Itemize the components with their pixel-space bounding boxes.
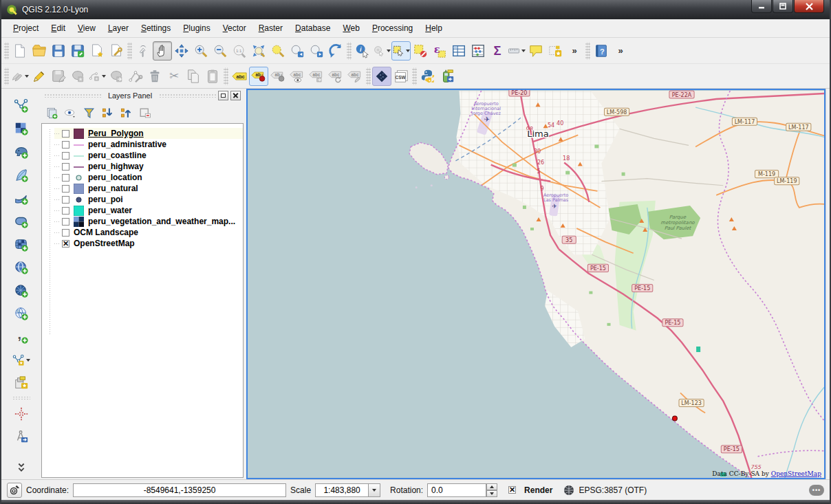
toolbar-handle[interactable] (127, 42, 132, 60)
new-bookmark-button[interactable] (546, 41, 565, 61)
refresh-button[interactable] (326, 41, 345, 61)
maximize-button[interactable] (773, 0, 793, 13)
rotation-spin-down[interactable] (486, 490, 497, 497)
new-print-composer-button[interactable] (87, 41, 107, 61)
add-feature-button[interactable] (68, 67, 87, 86)
layer-checkbox[interactable] (62, 207, 69, 215)
menu-web[interactable]: Web (336, 21, 365, 36)
add-db2-layer-button[interactable] (12, 235, 31, 254)
save-layer-edits-button[interactable] (49, 67, 68, 86)
layer-row-peru-location[interactable]: peru_location (54, 172, 243, 183)
layer-row-peru-natural[interactable]: peru_natural (54, 183, 243, 194)
coordinate-input[interactable]: -8549641,-1359250 (73, 483, 286, 497)
cut-features-button[interactable]: ✂ (164, 67, 184, 86)
dropdown-caret[interactable] (521, 50, 526, 52)
open-project-button[interactable] (30, 41, 49, 61)
panel-close-button[interactable] (230, 91, 241, 100)
toolbar-handle[interactable] (4, 67, 9, 85)
zoom-out-button[interactable] (211, 41, 230, 61)
add-circular-string-button[interactable] (87, 67, 107, 86)
layer-checkbox-checked[interactable]: ✕ (62, 240, 69, 248)
rotate-label-button[interactable]: abc (326, 67, 345, 86)
zoom-next-button[interactable] (307, 41, 326, 61)
layer-row-peru-highway[interactable]: peru_highway (54, 161, 243, 172)
toolbar-handle[interactable] (366, 67, 371, 85)
gps-information-button[interactable] (438, 67, 457, 86)
dropdown-caret[interactable] (102, 75, 106, 78)
select-features-button[interactable] (391, 41, 411, 61)
toolbar-handle[interactable] (412, 67, 417, 85)
menu-processing[interactable]: Processing (366, 21, 419, 36)
remove-layer-button[interactable] (138, 107, 151, 120)
new-project-button[interactable] (10, 41, 30, 61)
measure-button[interactable] (507, 41, 526, 61)
layer-checkbox[interactable] (62, 196, 69, 204)
layer-checkbox[interactable] (62, 152, 69, 160)
filter-legend-button[interactable] (83, 107, 96, 120)
layer-row-peru-poi[interactable]: peru_poi (54, 194, 243, 205)
zoom-to-selection-button[interactable] (268, 41, 288, 61)
deselect-features-button[interactable] (411, 41, 430, 61)
scale-combo-arrow[interactable] (369, 483, 380, 497)
menu-plugins[interactable]: Plugins (177, 21, 216, 36)
add-wcs-layer-button[interactable] (12, 281, 31, 300)
menu-project[interactable]: Project (7, 21, 45, 36)
highlight-pinned-labels-button[interactable]: ab (268, 67, 288, 86)
layer-checkbox[interactable] (62, 218, 69, 226)
osm-place-search-button[interactable] (12, 404, 31, 424)
render-checkbox[interactable]: ✕ (508, 486, 516, 494)
layer-row-peru-vegetation-raster[interactable]: peru_vegetation_and_weather_map... (54, 216, 243, 227)
rotation-spin-up[interactable] (486, 483, 497, 490)
python-console-button[interactable] (418, 67, 438, 86)
menu-edit[interactable]: Edit (45, 21, 72, 36)
collapse-all-button[interactable] (120, 107, 133, 120)
crs-status-button[interactable]: EPSG:3857 (OTF) (579, 485, 647, 495)
toolbar-handle[interactable] (224, 67, 228, 85)
menu-database[interactable]: Database (289, 21, 336, 36)
attribute-table-button[interactable] (449, 41, 468, 61)
zoom-last-button[interactable] (288, 41, 307, 61)
toggle-extents-button[interactable] (7, 483, 22, 498)
panel-float-button[interactable] (218, 91, 228, 100)
menu-layer[interactable]: Layer (102, 21, 135, 36)
statistics-abacus-button[interactable] (468, 41, 488, 61)
layer-row-peru-polygon[interactable]: Peru_Polygon (54, 128, 243, 139)
layer-checkbox[interactable] (62, 141, 69, 149)
layer-row-peru-administrative[interactable]: peru_administrative (54, 139, 243, 150)
minimize-button[interactable] (751, 0, 772, 13)
show-hide-labels-button[interactable]: abc (288, 67, 307, 86)
rotation-spinbox[interactable]: 0.0 (427, 483, 486, 497)
map-canvas[interactable]: ✈ ✈ 98 54 40 30 26 5 9 18 755 (246, 89, 825, 479)
save-project-as-button[interactable] (68, 41, 87, 61)
add-mssql-layer-button[interactable] (12, 189, 31, 208)
new-shapefile-layer-button[interactable] (12, 351, 31, 370)
add-vector-layer-button[interactable] (12, 96, 31, 116)
current-edits-button[interactable] (10, 67, 30, 86)
add-spatialite-layer-button[interactable] (12, 166, 31, 185)
pin-unpin-labels-button[interactable]: ab (249, 67, 268, 86)
layer-checkbox[interactable] (62, 174, 69, 182)
menu-settings[interactable]: Settings (135, 21, 177, 36)
toolbar-overflow-button[interactable]: » (565, 41, 584, 61)
layer-row-ocm-landscape[interactable]: OCM Landscape (54, 227, 243, 238)
pan-map-button[interactable] (153, 41, 172, 61)
expand-all-button[interactable] (101, 107, 114, 120)
identify-features-button[interactable]: i (353, 41, 372, 61)
pan-to-selection-button[interactable] (172, 41, 191, 61)
zoom-full-button[interactable] (249, 41, 268, 61)
dropdown-caret[interactable] (25, 75, 29, 78)
move-label-button[interactable]: abc (307, 67, 326, 86)
add-raster-layer-button[interactable] (12, 120, 31, 139)
composer-manager-button[interactable] (107, 41, 126, 61)
move-feature-button[interactable] (107, 67, 126, 86)
toolbar-expand-chevron[interactable] (12, 458, 31, 477)
toolbar-handle[interactable] (4, 42, 9, 60)
layer-checkbox[interactable] (62, 163, 69, 171)
manage-visibility-button[interactable] (64, 107, 77, 120)
new-geopackage-layer-button[interactable] (12, 374, 31, 393)
menu-help[interactable]: Help (419, 21, 449, 36)
menu-view[interactable]: View (72, 21, 102, 36)
add-oracle-layer-button[interactable] (12, 212, 31, 231)
add-postgis-layer-button[interactable] (12, 142, 31, 162)
delete-selected-button[interactable] (145, 67, 164, 86)
